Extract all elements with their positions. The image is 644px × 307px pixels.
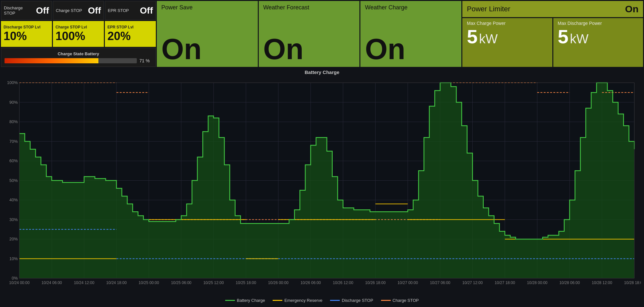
legend-discharge-stop-line: [330, 300, 340, 301]
charge-state-box: Charge State Battery 71 %: [1, 48, 156, 67]
stop-row: Discharge STOP Off Charge STOP Off EPR S…: [1, 1, 156, 20]
power-stats-row: Max Charge Power 5 kW Max Discharge Powe…: [462, 18, 643, 67]
epr-stop-label: EPR STOP: [108, 8, 129, 13]
legend-charge-stop: Charge STOP: [381, 298, 419, 303]
svg-text:10/26 18:00: 10/26 18:00: [365, 281, 386, 285]
power-save-label: Power Save: [161, 4, 253, 11]
charge-stop-box: Charge STOP Off: [53, 1, 104, 20]
power-limiter-header: Power Limiter On: [462, 1, 643, 17]
svg-text:60%: 60%: [9, 158, 18, 163]
svg-text:50%: 50%: [9, 178, 18, 183]
charge-stop-lvl-box: Charge STOP Lvl 100%: [53, 21, 104, 47]
charge-stop-lvl-value: 100%: [55, 29, 101, 43]
svg-text:10/27 00:00: 10/27 00:00: [397, 281, 418, 285]
legend-discharge-stop: Discharge STOP: [330, 298, 373, 303]
weather-forecast-box: Weather Forecast On: [259, 1, 360, 67]
svg-text:10/27 18:00: 10/27 18:00: [495, 281, 515, 285]
charge-state-label: Charge State Battery: [5, 51, 152, 56]
svg-text:0%: 0%: [12, 276, 18, 281]
svg-text:10/27 06:00: 10/27 06:00: [430, 281, 450, 285]
discharge-stop-lvl-value: 10%: [4, 29, 49, 43]
epr-stop-box: EPR STOP Off: [105, 1, 156, 20]
svg-text:10/28 12:00: 10/28 12:00: [592, 281, 612, 285]
left-group: Discharge STOP Off Charge STOP Off EPR S…: [1, 1, 156, 67]
legend-battery-charge-line: [225, 300, 235, 301]
svg-text:90%: 90%: [9, 100, 18, 105]
legend-charge-stop-line: [381, 300, 391, 301]
middle-group: Power Save On Weather Forecast On Weathe…: [157, 1, 461, 67]
svg-text:100%: 100%: [7, 80, 18, 85]
max-charge-power-value: 5: [467, 26, 478, 48]
svg-text:10/28 18:00: 10/28 18:00: [624, 281, 641, 285]
weather-charge-value: On: [365, 35, 457, 64]
legend-emergency-reserve: Emergency Reserve: [273, 298, 322, 303]
battery-chart: 0%10%20%30%40%50%60%70%80%90%100%10/24 0…: [3, 76, 641, 296]
max-charge-power-label: Max Charge Power: [467, 21, 548, 26]
svg-text:40%: 40%: [9, 197, 18, 202]
weather-forecast-value: On: [263, 35, 355, 64]
svg-text:70%: 70%: [9, 139, 18, 144]
charge-state-fill: [5, 58, 98, 63]
chart-title: Battery Charge: [3, 69, 641, 75]
charge-stop-lvl-label: Charge STOP Lvl: [55, 25, 101, 29]
svg-text:10/28 06:00: 10/28 06:00: [559, 281, 580, 285]
svg-text:10/25 18:00: 10/25 18:00: [236, 281, 257, 285]
weather-charge-label: Weather Charge: [365, 4, 457, 11]
svg-text:20%: 20%: [9, 237, 18, 241]
level-row: Discharge STOP Lvl 10% Charge STOP Lvl 1…: [1, 21, 156, 47]
svg-text:10/25 00:00: 10/25 00:00: [139, 281, 159, 285]
svg-text:10/24 18:00: 10/24 18:00: [106, 281, 127, 285]
weather-charge-box: Weather Charge On: [360, 1, 461, 67]
svg-text:10/27 12:00: 10/27 12:00: [462, 281, 483, 285]
legend-charge-stop-label: Charge STOP: [393, 298, 419, 303]
svg-text:10%: 10%: [9, 256, 18, 261]
svg-text:10/24 06:00: 10/24 06:00: [42, 281, 62, 285]
svg-text:10/25 06:00: 10/25 06:00: [171, 281, 192, 285]
max-charge-power-value-row: 5 kW: [467, 27, 548, 47]
power-save-box: Power Save On: [157, 1, 258, 67]
right-group: Power Limiter On Max Charge Power 5 kW M…: [462, 1, 643, 67]
svg-text:10/24 12:00: 10/24 12:00: [74, 281, 95, 285]
epr-stop-lvl-label: EPR STOP Lvl: [107, 25, 153, 29]
max-discharge-power-label: Max Discharge Power: [558, 21, 639, 26]
epr-stop-lvl-value: 20%: [107, 29, 153, 43]
power-save-value: On: [161, 35, 253, 64]
svg-text:10/25 12:00: 10/25 12:00: [203, 281, 224, 285]
epr-stop-value: Off: [140, 5, 153, 16]
charge-state-percent: 71 %: [139, 58, 152, 63]
max-charge-power-unit: kW: [479, 32, 498, 46]
max-discharge-power-value-row: 5 kW: [558, 27, 639, 47]
svg-text:10/24 00:00: 10/24 00:00: [9, 281, 30, 285]
discharge-stop-label: Discharge STOP: [4, 5, 34, 16]
svg-text:30%: 30%: [9, 217, 18, 222]
charge-state-bar-row: 71 %: [5, 58, 152, 63]
discharge-stop-lvl-box: Discharge STOP Lvl 10%: [1, 21, 52, 47]
epr-stop-lvl-box: EPR STOP Lvl 20%: [105, 21, 156, 47]
charge-stop-value: Off: [88, 5, 101, 16]
chart-legend: Battery Charge Emergency Reserve Dischar…: [3, 298, 641, 303]
legend-discharge-stop-label: Discharge STOP: [342, 298, 373, 303]
discharge-stop-value: Off: [36, 5, 49, 16]
max-discharge-power-box: Max Discharge Power 5 kW: [553, 18, 643, 67]
discharge-stop-lvl-label: Discharge STOP Lvl: [4, 25, 49, 29]
max-discharge-power-unit: kW: [570, 32, 589, 46]
legend-emergency-reserve-line: [273, 300, 282, 301]
svg-text:10/26 12:00: 10/26 12:00: [333, 281, 353, 285]
power-limiter-value: On: [625, 4, 639, 15]
charge-stop-label: Charge STOP: [56, 8, 82, 13]
top-panel: Discharge STOP Off Charge STOP Off EPR S…: [0, 0, 644, 68]
weather-forecast-label: Weather Forecast: [263, 4, 355, 11]
max-charge-power-box: Max Charge Power 5 kW: [462, 18, 552, 67]
power-limiter-label: Power Limiter: [467, 5, 510, 13]
charge-state-track: [5, 58, 137, 63]
svg-text:80%: 80%: [9, 119, 18, 124]
legend-battery-charge-label: Battery Charge: [237, 298, 265, 303]
svg-text:10/28 00:00: 10/28 00:00: [527, 281, 548, 285]
svg-text:10/26 06:00: 10/26 06:00: [300, 281, 321, 285]
chart-area: Battery Charge 0%10%20%30%40%50%60%70%80…: [3, 69, 641, 303]
legend-battery-charge: Battery Charge: [225, 298, 265, 303]
legend-emergency-reserve-label: Emergency Reserve: [284, 298, 322, 303]
max-discharge-power-value: 5: [558, 26, 569, 48]
chart-container: 0%10%20%30%40%50%60%70%80%90%100%10/24 0…: [3, 76, 641, 296]
discharge-stop-box: Discharge STOP Off: [1, 1, 52, 20]
